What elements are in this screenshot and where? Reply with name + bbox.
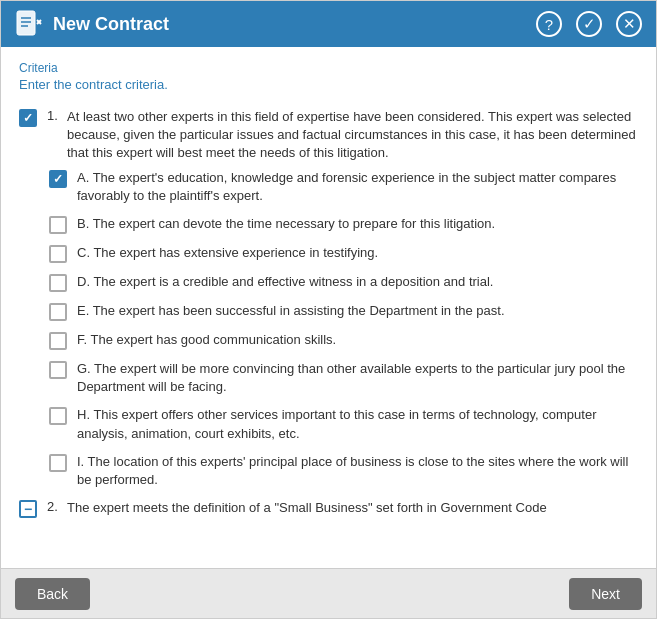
- sub-checkbox-A[interactable]: [49, 170, 67, 188]
- sub-item-B: B. The expert can devote the time necess…: [49, 215, 638, 234]
- criterion-1-checkbox[interactable]: [19, 109, 37, 127]
- sub-checkbox-F[interactable]: [49, 332, 67, 350]
- criterion-1-number: 1.: [47, 108, 67, 123]
- sub-item-G: G. The expert will be more convincing th…: [49, 360, 638, 396]
- sub-text-C: C. The expert has extensive experience i…: [77, 244, 638, 262]
- criterion-2-checkbox[interactable]: [19, 500, 37, 518]
- sub-text-H: H. This expert offers other services imp…: [77, 406, 638, 442]
- sub-text-A: A. The expert's education, knowledge and…: [77, 169, 638, 205]
- close-icon[interactable]: ✕: [616, 11, 642, 37]
- sub-text-D: D. The expert is a credible and effectiv…: [77, 273, 638, 291]
- sub-item-F: F. The expert has good communication ski…: [49, 331, 638, 350]
- footer: Back Next: [1, 568, 656, 618]
- sub-text-F: F. The expert has good communication ski…: [77, 331, 638, 349]
- header-icons: ? ✓ ✕: [536, 11, 642, 37]
- sub-text-E: E. The expert has been successful in ass…: [77, 302, 638, 320]
- sub-item-C: C. The expert has extensive experience i…: [49, 244, 638, 263]
- document-icon: [15, 10, 43, 38]
- sub-item-A: A. The expert's education, knowledge and…: [49, 169, 638, 205]
- criterion-2-text: The expert meets the definition of a "Sm…: [67, 499, 638, 517]
- svg-rect-0: [17, 11, 35, 35]
- sub-checkbox-C[interactable]: [49, 245, 67, 263]
- content-area: Criteria Enter the contract criteria. 1.…: [1, 47, 656, 568]
- confirm-icon[interactable]: ✓: [576, 11, 602, 37]
- page-title: New Contract: [53, 14, 169, 35]
- next-button[interactable]: Next: [569, 578, 642, 610]
- sub-checkbox-G[interactable]: [49, 361, 67, 379]
- sub-item-D: D. The expert is a credible and effectiv…: [49, 273, 638, 292]
- criterion-1-row: 1. At least two other experts in this fi…: [19, 108, 638, 163]
- sub-checkbox-B[interactable]: [49, 216, 67, 234]
- sub-item-E: E. The expert has been successful in ass…: [49, 302, 638, 321]
- window: New Contract ? ✓ ✕ Criteria Enter the co…: [0, 0, 657, 619]
- criterion-1-text: At least two other experts in this field…: [67, 108, 638, 163]
- back-button[interactable]: Back: [15, 578, 90, 610]
- help-icon[interactable]: ?: [536, 11, 562, 37]
- sub-text-B: B. The expert can devote the time necess…: [77, 215, 638, 233]
- breadcrumb: Criteria: [19, 61, 638, 75]
- sub-items-group: A. The expert's education, knowledge and…: [49, 169, 638, 490]
- sub-text-G: G. The expert will be more convincing th…: [77, 360, 638, 396]
- subtitle: Enter the contract criteria.: [19, 77, 638, 92]
- sub-item-H: H. This expert offers other services imp…: [49, 406, 638, 442]
- sub-text-I: I. The location of this experts' princip…: [77, 453, 638, 489]
- header-left: New Contract: [15, 10, 169, 38]
- header: New Contract ? ✓ ✕: [1, 1, 656, 47]
- criterion-2-number: 2.: [47, 499, 67, 514]
- criterion-2-row: 2. The expert meets the definition of a …: [19, 499, 638, 518]
- sub-checkbox-E[interactable]: [49, 303, 67, 321]
- sub-checkbox-D[interactable]: [49, 274, 67, 292]
- sub-checkbox-I[interactable]: [49, 454, 67, 472]
- sub-checkbox-H[interactable]: [49, 407, 67, 425]
- sub-item-I: I. The location of this experts' princip…: [49, 453, 638, 489]
